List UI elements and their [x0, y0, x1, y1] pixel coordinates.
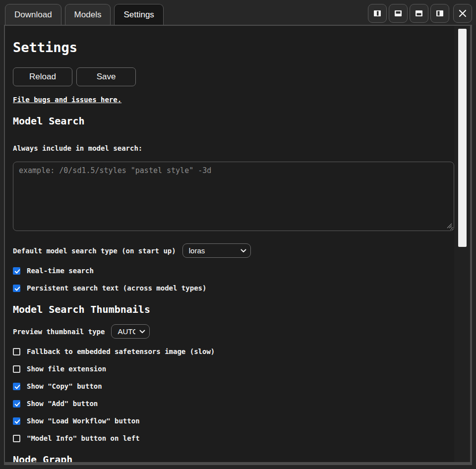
- action-button-row: Reload Save: [13, 67, 454, 86]
- checkbox-row-show-load-workflow-button[interactable]: Show "Load Workflow" button: [13, 416, 454, 425]
- dock-bottom-icon: [414, 8, 424, 18]
- tab-settings[interactable]: Settings: [114, 4, 163, 25]
- thumbnails-heading: Model Search Thumbnails: [13, 302, 454, 316]
- preview-thumbnail-type-select-wrap: AUTO: [111, 324, 150, 339]
- tab-settings-label: Settings: [123, 10, 154, 20]
- show-load-workflow-checkbox[interactable]: [13, 417, 20, 425]
- split-vertical-button[interactable]: [368, 4, 387, 23]
- settings-content: Settings Reload Save File bugs and issue…: [5, 26, 454, 462]
- always-include-textarea[interactable]: [13, 162, 454, 231]
- settings-panel: Settings Reload Save File bugs and issue…: [4, 25, 472, 465]
- dock-bottom-button[interactable]: [410, 4, 428, 23]
- checkbox-label: Show file extension: [27, 365, 106, 373]
- checkbox-label: "Model Info" button on left: [27, 434, 140, 442]
- fallback-safetensors-checkbox[interactable]: [13, 348, 20, 355]
- preview-thumbnail-type-select[interactable]: AUTO: [111, 324, 150, 339]
- show-file-extension-checkbox[interactable]: [13, 365, 20, 373]
- scrollbar-thumb[interactable]: [458, 29, 467, 247]
- close-icon: [458, 8, 468, 18]
- tab-models-label: Models: [74, 10, 102, 20]
- checkbox-row-model-info-button-left[interactable]: "Model Info" button on left: [13, 434, 454, 443]
- always-include-label: Always include in model search:: [13, 144, 454, 153]
- dock-left-icon: [435, 8, 445, 18]
- split-vertical-icon: [372, 8, 382, 18]
- checkbox-label: Show "Copy" button: [27, 382, 102, 390]
- dock-left-button[interactable]: [430, 4, 449, 23]
- checkbox-label: Real-time search: [27, 267, 94, 275]
- checkbox-label: Show "Load Workflow" button: [27, 417, 140, 425]
- model-info-left-checkbox[interactable]: [13, 435, 20, 442]
- show-copy-button-checkbox[interactable]: [13, 383, 20, 390]
- preview-thumbnail-type-row: Preview thumbnail type AUTO: [13, 324, 454, 339]
- always-include-field-wrap: [13, 153, 454, 233]
- checkbox-label: Persistent search text (across model typ…: [27, 284, 206, 292]
- checkbox-row-fallback-safetensors[interactable]: Fallback to embedded safetensors image (…: [13, 347, 454, 356]
- checkbox-row-persistent-search-text[interactable]: Persistent search text (across model typ…: [13, 284, 454, 293]
- dock-top-button[interactable]: [389, 4, 408, 23]
- default-search-type-label: Default model search type (on start up): [13, 246, 176, 255]
- checkbox-row-show-file-extension[interactable]: Show file extension: [13, 364, 454, 373]
- model-search-heading: Model Search: [13, 114, 454, 128]
- checkbox-row-show-add-button[interactable]: Show "Add" button: [13, 399, 454, 408]
- checkbox-label: Fallback to embedded safetensors image (…: [27, 348, 215, 355]
- checkbox-row-show-copy-button[interactable]: Show "Copy" button: [13, 382, 454, 391]
- show-add-button-checkbox[interactable]: [13, 400, 20, 408]
- reload-button[interactable]: Reload: [13, 67, 72, 86]
- file-bugs-link[interactable]: File bugs and issues here.: [13, 95, 121, 104]
- persistent-search-text-checkbox[interactable]: [13, 285, 20, 292]
- preview-thumbnail-type-label: Preview thumbnail type: [13, 327, 105, 336]
- page-title: Settings: [13, 39, 454, 57]
- checkbox-label: Show "Add" button: [27, 400, 98, 408]
- tab-download-label: Download: [14, 10, 52, 20]
- checkbox-row-realtime-search[interactable]: Real-time search: [13, 266, 454, 275]
- default-search-type-select-wrap: loras: [182, 243, 251, 258]
- default-search-type-row: Default model search type (on start up) …: [13, 243, 454, 258]
- save-button[interactable]: Save: [76, 67, 136, 86]
- close-button[interactable]: [453, 4, 472, 23]
- tab-download[interactable]: Download: [5, 4, 61, 25]
- node-graph-heading: Node Graph: [13, 453, 454, 462]
- default-search-type-select[interactable]: loras: [182, 243, 251, 258]
- realtime-search-checkbox[interactable]: [13, 267, 20, 275]
- tab-models[interactable]: Models: [65, 4, 111, 25]
- scrollbar-track[interactable]: [454, 26, 470, 462]
- window-toolbar: [368, 4, 472, 23]
- dock-top-icon: [393, 8, 403, 18]
